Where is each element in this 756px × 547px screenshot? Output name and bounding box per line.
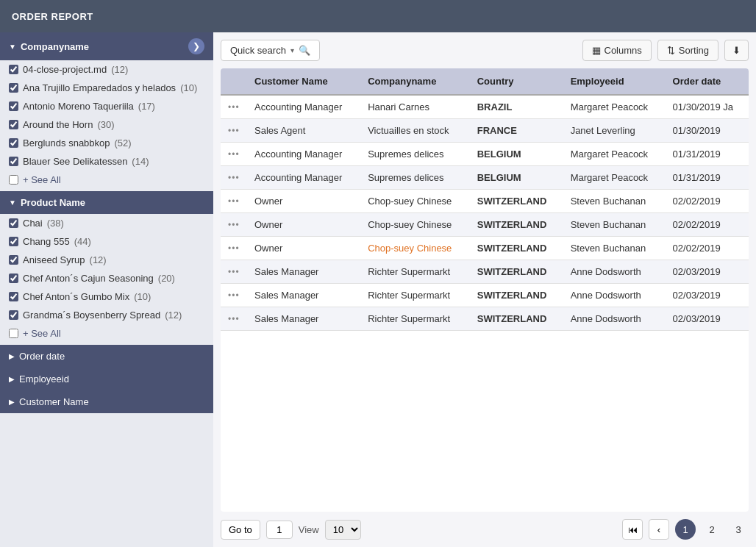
list-item[interactable]: Chai (38) [0,214,213,232]
list-item[interactable]: Chef Anton´s Gumbo Mix (10) [0,287,213,306]
sidebar-item-customer-name[interactable]: ▶ Customer Name [0,390,213,413]
table-row: •••OwnerChop-suey ChineseSWITZERLANDStev… [221,237,749,260]
cell-customer-name: Accounting Manager [247,143,360,166]
product-checkbox-5[interactable] [9,310,18,320]
page-number-3[interactable]: 3 [728,519,749,540]
pagination-bar: Go to View 10 20 50 ⏮ ‹ 1 2 3 [221,519,749,540]
cell-employeeid: Anne Dodsworth [563,284,666,307]
row-menu-button[interactable]: ••• [228,196,240,207]
sidebar-item-employeeid[interactable]: ▶ Employeeid [0,368,213,390]
list-item[interactable]: Chang 555 (44) [0,232,213,251]
row-menu-button[interactable]: ••• [228,314,240,324]
company-checkbox-3[interactable] [9,120,18,129]
cell-order-date: 01/30/2019 Ja [666,95,749,119]
cell-companyname: Richter Supermarkt [360,307,470,331]
company-see-all[interactable]: + See All [0,171,213,191]
columns-button[interactable]: ▦ Columns [582,40,652,61]
product-section-title: Product Name [21,197,85,208]
product-section-header[interactable]: ▼ Product Name [0,191,213,214]
product-label-2: Aniseed Syrup [23,254,85,265]
col-header-order-date[interactable]: Order date [666,68,749,95]
data-table: Customer Name Companyname Country Employ… [221,68,749,331]
list-item[interactable]: Berglunds snabbkop (52) [0,134,213,152]
list-item[interactable]: Grandma´s Boysenberry Spread (12) [0,306,213,324]
list-item[interactable]: Around the Horn (30) [0,115,213,134]
list-item[interactable]: 04-close-project.md (12) [0,60,213,79]
view-select[interactable]: 10 20 50 [325,520,361,540]
see-all-label: + See All [23,174,61,185]
product-checkbox-0[interactable] [9,218,18,228]
table-row: •••Sales ManagerRichter SupermarktSWITZE… [221,260,749,284]
cell-companyname: Richter Supermarkt [360,284,470,307]
row-menu-button[interactable]: ••• [228,173,240,183]
company-count-5: (14) [132,156,149,167]
customer-name-label: Customer Name [19,396,89,407]
product-label-4: Chef Anton´s Gumbo Mix [23,291,129,302]
sorting-button[interactable]: ⇅ Sorting [657,40,718,61]
company-checkbox-1[interactable] [9,83,18,93]
product-count-2: (12) [90,254,107,265]
product-see-all-label: + See All [23,328,61,339]
company-label-1: Ana Trujillo Emparedados y helados [23,82,176,93]
col-header-employeeid[interactable]: Employeeid [563,68,666,95]
product-label-0: Chai [23,218,43,229]
row-menu-button[interactable]: ••• [228,243,240,254]
sidebar-item-order-date[interactable]: ▶ Order date [0,345,213,368]
cell-order-date: 02/02/2019 [666,190,749,213]
company-count-4: (52) [115,137,132,149]
col-header-customer-name[interactable]: Customer Name [247,68,360,95]
page-number-1[interactable]: 1 [675,519,696,540]
list-item[interactable]: Antonio Moreno Taqueriila (17) [0,97,213,115]
cell-country: BELGIUM [470,143,563,166]
list-item[interactable]: Chef Anton´s Cajun Seasoning (20) [0,269,213,287]
cell-companyname: Chop-suey Chinese [360,237,470,260]
cell-customer-name: Owner [247,237,360,260]
list-item[interactable]: Aniseed Syrup (12) [0,251,213,269]
row-menu-button[interactable]: ••• [228,149,240,160]
companyname-section-header[interactable]: ▼ Companyname ❯ [0,32,213,60]
sidebar-collapse-button[interactable]: ❯ [188,38,204,54]
page-number-2[interactable]: 2 [702,519,722,540]
quick-search-button[interactable]: Quick search ▾ 🔍 [221,40,320,61]
product-see-all-checkbox[interactable] [9,329,18,338]
product-checkbox-4[interactable] [9,292,18,301]
see-all-checkbox[interactable] [9,175,18,185]
col-header-companyname[interactable]: Companyname [360,68,470,95]
col-header-country[interactable]: Country [470,68,563,95]
table-row: •••Accounting ManagerSupremes delicesBEL… [221,143,749,166]
cell-country: BRAZIL [470,95,563,119]
cell-companyname: Supremes delices [360,166,470,190]
first-page-button[interactable]: ⏮ [622,519,643,540]
cell-companyname: Chop-suey Chinese [360,213,470,237]
download-button[interactable]: ⬇ [724,40,749,61]
list-item[interactable]: Blauer See Delikatessen (14) [0,152,213,171]
goto-button[interactable]: Go to [221,520,260,540]
product-count-1: (44) [74,236,91,247]
product-see-all[interactable]: + See All [0,324,213,345]
cell-employeeid: Steven Buchanan [563,190,666,213]
cell-employeeid: Steven Buchanan [563,237,666,260]
company-label-4: Berglunds snabbkop [23,137,110,149]
row-menu-button[interactable]: ••• [228,267,240,277]
row-menu-button[interactable]: ••• [228,102,240,112]
product-count-4: (10) [134,291,151,302]
company-checkbox-4[interactable] [9,138,18,148]
row-menu-button[interactable]: ••• [228,220,240,230]
product-checkbox-2[interactable] [9,255,18,265]
cell-country: BELGIUM [470,166,563,190]
product-checkbox-1[interactable] [9,237,18,246]
list-item[interactable]: Ana Trujillo Emparedados y helados (10) [0,79,213,97]
company-checkbox-0[interactable] [9,65,18,74]
cell-customer-name: Accounting Manager [247,95,360,119]
cell-order-date: 02/03/2019 [666,260,749,284]
chevron-down-icon: ▼ [9,43,16,51]
product-checkbox-3[interactable] [9,274,18,283]
cell-country: SWITZERLAND [470,284,563,307]
prev-page-button[interactable]: ‹ [649,519,669,540]
company-checkbox-2[interactable] [9,101,18,111]
row-menu-button[interactable]: ••• [228,126,240,136]
goto-input[interactable] [266,521,293,539]
company-checkbox-5[interactable] [9,157,18,166]
row-menu-button[interactable]: ••• [228,290,240,301]
cell-country: SWITZERLAND [470,190,563,213]
